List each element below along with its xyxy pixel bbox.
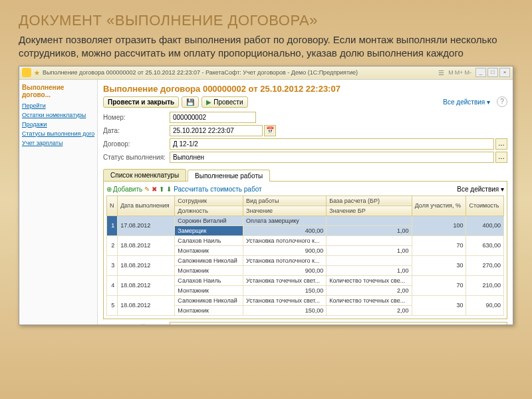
works-table: N Дата выполнения Сотрудник Вид работы Б… (106, 196, 504, 316)
main-area: Выполнение договора 000000002 от 25.10.2… (98, 80, 513, 325)
status-field[interactable] (170, 152, 494, 163)
calendar-icon[interactable]: 📅 (264, 125, 276, 136)
sidebar-item-goto[interactable]: Перейти (22, 101, 94, 110)
window-button-mminus[interactable]: М- (465, 69, 472, 76)
post-button[interactable]: ▶Провести (201, 96, 247, 108)
app-window: ★ Выполнение договора 000000002 от 25.10… (19, 66, 513, 325)
table-row[interactable]: 117.08.2012Сорокин ВиталийОплата замерщи… (107, 215, 504, 225)
table-row[interactable]: 518.08.2012Сапожников НиколайУстановка т… (107, 295, 504, 305)
col-bval[interactable]: Значение БР (327, 205, 412, 215)
date-label: Дата: (103, 127, 170, 134)
tab-works[interactable]: Выполненные работы (188, 170, 270, 182)
window-title: Выполнение договора 000000002 от 25.10.2… (43, 69, 434, 76)
sidebar-item-status[interactable]: Статусы выполнения дого... (22, 129, 94, 138)
col-date[interactable]: Дата выполнения (118, 196, 175, 215)
footer: Комментарий: Ответственный: … (98, 319, 513, 325)
post-close-button[interactable]: Провести и закрыть (103, 96, 179, 108)
col-emp[interactable]: Сотрудник (175, 196, 243, 205)
add-button[interactable]: ⊕ Добавить (106, 186, 142, 193)
document-title: Выполнение договора 000000002 от 25.10.2… (98, 80, 513, 96)
tab-nomenclature[interactable]: Список номенклатуры (103, 169, 186, 181)
table-actions-link[interactable]: Все действия ▾ (457, 186, 504, 193)
edit-icon[interactable]: ✎ (144, 186, 150, 193)
up-icon[interactable]: ⬆ (159, 186, 164, 193)
star-icon[interactable]: ★ (34, 69, 40, 76)
all-actions-link[interactable]: Все действия ▾ (443, 98, 490, 106)
save-button[interactable]: 💾 (182, 96, 199, 108)
table-toolbar: ⊕ Добавить ✎ ✖ ⬆ ⬇ Рассчитать стоимость … (106, 184, 504, 196)
sidebar: Выполнение догово... Перейти Остатки ном… (19, 80, 98, 325)
comment-field[interactable] (170, 322, 507, 325)
table-row[interactable]: 218.08.2012Салахов НаильУстановка потоло… (107, 235, 504, 245)
sidebar-title: Выполнение догово... (22, 84, 94, 98)
comment-label: Комментарий: (103, 324, 170, 325)
select-contract-button[interactable]: … (495, 138, 507, 150)
contract-field[interactable] (170, 138, 494, 150)
titlebar: ★ Выполнение договора 000000002 от 25.10… (19, 66, 513, 80)
table-row[interactable]: 318.08.2012Сапожников НиколайУстановка п… (107, 255, 504, 265)
slide-description: Документ позволяет отразить факт выполне… (0, 33, 532, 66)
status-label: Статус выполнения: (103, 154, 170, 161)
col-share[interactable]: Доля участия, % (412, 196, 466, 215)
date-field[interactable] (170, 125, 263, 136)
col-val[interactable]: Значение (243, 205, 327, 215)
contract-label: Договор: (103, 140, 170, 148)
window-button[interactable]: ☰ (438, 69, 444, 76)
col-pos[interactable]: Должность (175, 205, 243, 215)
help-icon[interactable]: ? (497, 96, 507, 107)
tabs: Список номенклатуры Выполненные работы (103, 169, 507, 182)
calc-button[interactable]: Рассчитать стоимость работ (174, 186, 261, 193)
toolbar: Провести и закрыть 💾 ▶Провести Все дейст… (98, 96, 513, 110)
col-work[interactable]: Вид работы (243, 196, 327, 205)
form: Номер: Дата: 📅 Договор: … Статус выполне… (98, 110, 513, 166)
tab-body: ⊕ Добавить ✎ ✖ ⬆ ⬇ Рассчитать стоимость … (103, 182, 507, 319)
app-icon (22, 68, 31, 77)
minimize-button[interactable]: _ (475, 68, 486, 77)
sidebar-item-sales[interactable]: Продажи (22, 120, 94, 129)
col-base[interactable]: База расчета (БР) (327, 196, 412, 205)
window-button-m[interactable]: М (448, 69, 454, 76)
select-status-button[interactable]: … (495, 152, 507, 163)
slide-title: ДОКУМЕНТ «ВЫПОЛНЕНИЕ ДОГОВОРА» (0, 0, 532, 33)
col-cost[interactable]: Стоимость (466, 196, 504, 215)
sidebar-item-salary[interactable]: Учет зарплаты (22, 138, 94, 148)
delete-icon[interactable]: ✖ (152, 186, 157, 193)
close-button[interactable]: × (499, 68, 510, 77)
col-n[interactable]: N (107, 196, 118, 215)
table-row[interactable]: 418.08.2012Салахов НаильУстановка точечн… (107, 275, 504, 285)
sidebar-item-stock[interactable]: Остатки номенклатуры (22, 110, 94, 120)
number-field[interactable] (170, 112, 256, 123)
number-label: Номер: (103, 114, 170, 121)
maximize-button[interactable]: □ (487, 68, 498, 77)
down-icon[interactable]: ⬇ (166, 186, 172, 193)
window-button-mplus[interactable]: М+ (455, 69, 464, 76)
